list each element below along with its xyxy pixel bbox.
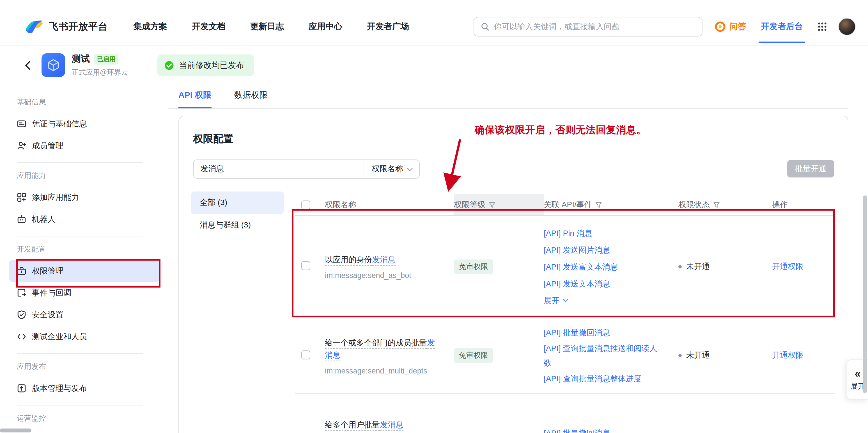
- feishu-logo-icon: [25, 18, 43, 34]
- api-link[interactable]: [API] 批量撤回消息: [544, 425, 664, 433]
- api-link[interactable]: [API] 发送文本消息: [544, 275, 664, 292]
- level-badge: 免审权限: [454, 348, 493, 363]
- permission-scope: im:message:send_as_bot: [325, 271, 439, 280]
- row-checkbox[interactable]: [301, 350, 310, 359]
- sidebar-section-capabilities: 应用能力: [0, 164, 168, 186]
- active-nav-underline: [758, 41, 805, 43]
- publish-status-banner: 当前修改均已发布: [157, 54, 254, 76]
- permission-tabs: API 权限 数据权限: [179, 90, 268, 108]
- developer-console-link[interactable]: 开发者后台: [761, 21, 803, 32]
- sidebar-section-dev-config: 开发配置: [0, 237, 168, 260]
- name-highlight: 发消息: [380, 420, 403, 429]
- user-avatar[interactable]: [838, 18, 856, 35]
- filter-funnel-icon[interactable]: [596, 201, 602, 208]
- select-all-checkbox[interactable]: [301, 200, 310, 209]
- name-text: 给一个或多个部门的成员批量: [325, 338, 427, 347]
- code-brackets-icon: [17, 332, 26, 342]
- status-text: 未开通: [686, 261, 710, 271]
- global-search[interactable]: [473, 17, 703, 36]
- publish-banner-text: 当前修改均已发布: [179, 60, 244, 70]
- horizontal-scrollbar[interactable]: [0, 429, 31, 432]
- robot-icon: [17, 214, 26, 224]
- double-chevron-left-icon: «: [855, 368, 861, 379]
- api-link[interactable]: [API] 查询批量消息整体进度: [544, 370, 664, 387]
- level-badge: 免审权限: [454, 259, 493, 274]
- cube-icon: [46, 58, 61, 73]
- global-search-input[interactable]: [494, 22, 695, 31]
- primary-nav: 集成方案 开发文档 更新日志 应用中心 开发者广场: [133, 21, 409, 32]
- open-permission-link[interactable]: 开通权限: [772, 261, 804, 270]
- nav-item-app-center[interactable]: 应用中心: [309, 21, 342, 32]
- sidebar-divider: [17, 162, 143, 163]
- permission-name[interactable]: 以应用的身份发消息: [325, 253, 439, 266]
- name-highlight: 发消息: [372, 255, 396, 264]
- api-link[interactable]: [API] Pin 消息: [544, 224, 664, 241]
- credential-icon: [17, 119, 26, 128]
- nav-item-docs[interactable]: 开发文档: [192, 21, 225, 32]
- app-subtitle: 正式应用@环界云: [72, 68, 128, 77]
- api-link[interactable]: [API] 批量撤回消息: [544, 324, 664, 341]
- col-header-level[interactable]: 权限等级: [454, 194, 544, 215]
- col-header-name: 权限名称: [325, 200, 454, 210]
- brand[interactable]: 飞书开放平台: [25, 18, 108, 34]
- permission-name[interactable]: 给一个或多个部门的成员批量发消息: [325, 336, 439, 361]
- expand-apis-link[interactable]: 展开: [544, 292, 664, 309]
- sidebar-item-add-capability[interactable]: 添加应用能力: [9, 186, 159, 208]
- sidebar-section-release: 应用发布: [0, 355, 168, 377]
- app-icon: [41, 53, 65, 77]
- tab-data-permissions[interactable]: 数据权限: [234, 90, 268, 108]
- sidebar-item-version-release[interactable]: 版本管理与发布: [9, 377, 159, 399]
- api-link[interactable]: [API] 发送图片消息: [544, 241, 664, 258]
- search-field-select[interactable]: 权限名称: [364, 160, 419, 178]
- sidebar-item-label: 测试企业和人员: [32, 331, 87, 342]
- api-link[interactable]: [API] 查询批量消息推送和阅读人数: [544, 341, 664, 370]
- sidebar-item-label: 安全设置: [32, 310, 63, 320]
- permission-search-group: 权限名称: [193, 160, 420, 179]
- permission-search-input[interactable]: [193, 160, 364, 178]
- sidebar-item-credentials[interactable]: 凭证与基础信息: [9, 113, 159, 135]
- sidebar-item-security[interactable]: 安全设置: [9, 304, 159, 326]
- sidebar-item-test-corp[interactable]: 测试企业和人员: [9, 326, 159, 348]
- col-header-status[interactable]: 权限状态: [678, 200, 772, 210]
- filter-funnel-icon[interactable]: [489, 201, 495, 208]
- row-checkbox[interactable]: [301, 261, 310, 270]
- tab-api-permissions[interactable]: API 权限: [179, 90, 212, 108]
- qa-link[interactable]: 问答: [715, 21, 746, 32]
- name-text: 给多个用户批量: [325, 420, 380, 429]
- search-icon: [481, 22, 489, 31]
- open-permission-link[interactable]: 开通权限: [772, 350, 804, 359]
- status-dot: [678, 354, 682, 357]
- sidebar-item-label: 凭证与基础信息: [32, 119, 87, 129]
- api-link-list: [API] 批量撤回消息 [API] 查询批量消息推送和阅读: [544, 418, 664, 433]
- sidebar-divider: [17, 405, 143, 405]
- status-text: 未开通: [686, 350, 710, 360]
- sidebar-item-permissions[interactable]: 权限管理: [9, 260, 159, 282]
- event-callback-icon: [17, 288, 26, 298]
- vertical-scrollbar[interactable]: [863, 196, 867, 393]
- sidebar-divider: [17, 353, 143, 354]
- sidebar-item-label: 版本管理与发布: [32, 383, 87, 394]
- filter-all[interactable]: 全部 (3): [191, 192, 284, 214]
- search-field-value: 权限名称: [372, 164, 403, 174]
- permission-config-card: 权限配置 权限名称 批量开通 全部 (3) 消息与群组 (3) 权限名称 权限等…: [179, 116, 848, 433]
- apps-grid-icon[interactable]: [817, 22, 827, 31]
- sidebar-item-events[interactable]: 事件与回调: [9, 282, 159, 304]
- api-link[interactable]: [API] 发送富文本消息: [544, 258, 664, 275]
- sidebar-section-basic-info: 基础信息: [0, 90, 168, 113]
- permission-scope: im:message:send_multi_depts: [325, 367, 439, 375]
- filter-message-group[interactable]: 消息与群组 (3): [191, 214, 284, 236]
- back-icon[interactable]: [25, 60, 31, 70]
- chevron-down-icon: [562, 296, 568, 302]
- api-link-list: [API] Pin 消息 [API] 发送图片消息 [API] 发送富文本消息 …: [544, 219, 664, 314]
- permission-name[interactable]: 给多个用户批量发消息: [325, 418, 439, 431]
- col-header-api[interactable]: 关联 API/事件: [544, 200, 678, 210]
- nav-item-changelog[interactable]: 更新日志: [250, 21, 284, 32]
- sidebar-item-members[interactable]: 成员管理: [9, 135, 159, 157]
- sidebar-item-bot[interactable]: 机器人: [9, 208, 159, 230]
- nav-item-dev-plaza[interactable]: 开发者广场: [367, 21, 409, 32]
- chevron-down-icon: [407, 165, 412, 171]
- nav-item-integration[interactable]: 集成方案: [133, 21, 167, 32]
- check-circle-icon: [164, 60, 174, 70]
- filter-funnel-icon[interactable]: [713, 201, 720, 208]
- batch-open-button[interactable]: 批量开通: [787, 160, 834, 177]
